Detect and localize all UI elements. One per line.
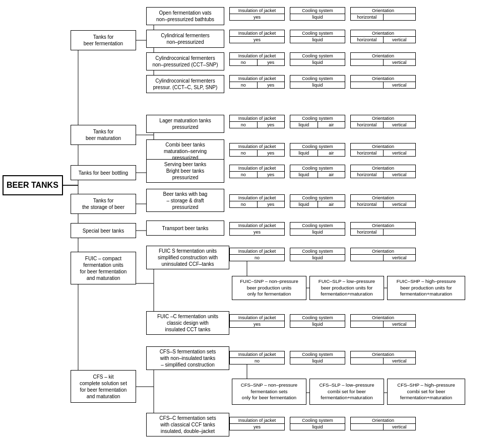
cfs-s-node: CFS–S fermentation setswith non–insulate…	[146, 346, 229, 370]
fuic-node: FUIC – compactfermentation unitsfor beer…	[71, 252, 136, 284]
special-node: Special beer tanks	[71, 223, 136, 238]
detail-cyl-orientation: Orientation horizontal vertical	[350, 30, 416, 43]
open-fermentation-node: Open fermentation vatsnon–pressurized ba…	[146, 7, 224, 25]
detail-ccp-cooling: Cooling system liquid	[290, 75, 345, 89]
detail-fuics-insulation: Insulation of jacket no	[229, 248, 285, 261]
fermentation-node: Tanks forbeer fermentation	[71, 30, 136, 50]
detail-open-cooling: Cooling system liquid	[290, 7, 345, 21]
maturation-node: Tanks forbeer maturation	[71, 125, 136, 145]
cfs-node: CFS – kitcomplete solution setfor beer f…	[71, 370, 136, 403]
detail-transport-orientation: Orientation horizontal	[350, 222, 416, 236]
fuic-shp-node: FUIC–SHP – high–pressurebeer production …	[387, 276, 465, 300]
detail-fuicc-cooling: Cooling system liquid	[290, 314, 345, 328]
detail-combi-cooling: Cooling system liquid air	[290, 143, 345, 157]
detail-combi-orientation: Orientation horizontal vertical	[350, 143, 416, 157]
detail-bag-insulation: Insulation of jacket no yes	[229, 194, 285, 208]
detail-lager-cooling: Cooling system liquid air	[290, 115, 345, 128]
detail-transport-insulation: Insulation of jacket yes	[229, 222, 285, 236]
detail-fuicc-orientation: Orientation vertical	[350, 314, 416, 328]
detail-combi-insulation: Insulation of jacket no yes	[229, 143, 285, 157]
beer-tanks-title: BEER TANKS	[3, 175, 63, 195]
detail-ccp-insulation: Insulation of jacket no yes	[229, 75, 285, 89]
cylindroconical-np-node: Cylindroconical fermentersnon–pressurize…	[146, 52, 224, 70]
detail-ccnp-insulation: Insulation of jacket no yes	[229, 52, 285, 66]
cfs-c-node: CFS–C fermentation setswith classical CC…	[146, 413, 229, 436]
detail-ccnp-cooling: Cooling system liquid	[290, 52, 345, 66]
detail-serving-insulation: Insulation of jacket no yes	[229, 165, 285, 178]
detail-serving-orientation: Orientation horizontal vertical	[350, 165, 416, 178]
detail-fuicc-insulation: Insulation of jacket yes	[229, 314, 285, 328]
transport-node: Transport beer tanks	[146, 221, 224, 236]
detail-bag-cooling: Cooling system liquid air	[290, 194, 345, 208]
beer-bag-node: Beer tanks with bag– storage & draftpres…	[146, 189, 224, 212]
detail-cfsc-orientation: Orientation vertical	[350, 417, 416, 430]
detail-ccnp-orientation: Orientation vertical	[350, 52, 416, 66]
storage-node: Tanks forthe storage of beer	[71, 194, 136, 214]
fuic-slp-node: FUIC–SLP – low–pressurebeer production u…	[309, 276, 384, 300]
detail-transport-cooling: Cooling system liquid	[290, 222, 345, 236]
detail-cfsc-cooling: Cooling system liquid	[290, 417, 345, 430]
cylindrical-node: Cylindrical fermentersnon–pressurized	[146, 30, 224, 48]
detail-cfsc-insulation: Insulation of jacket yes	[229, 417, 285, 430]
cfs-slp-node: CFS–SLP – low–pressurecombi set for beer…	[309, 379, 384, 405]
detail-ccp-orientation: Orientation vertical	[350, 75, 416, 89]
cfs-shp-node: CFS–SHP – high–pressurecombi set for bee…	[387, 379, 465, 405]
serving-node: Serving beer tanksBright beer tankspress…	[146, 159, 224, 183]
detail-cfss-insulation: Insulation of jacket no	[229, 351, 285, 364]
bottling-node: Tanks for beer bottling	[71, 165, 136, 180]
detail-lager-insulation: Insulation of jacket no yes	[229, 115, 285, 128]
detail-lager-orientation: Orientation horizontal vertical	[350, 115, 416, 128]
detail-fuics-cooling: Cooling system liquid	[290, 248, 345, 261]
fuic-s-node: FUIC S fermentation unitssimplified cons…	[146, 246, 229, 269]
cfs-snp-node: CFS–SNP – non–pressurefermentation setso…	[232, 379, 306, 405]
fuic-snp-node: FUIC–SNP – non–pressurebeer production u…	[232, 276, 306, 300]
detail-cfss-cooling: Cooling system liquid	[290, 351, 345, 364]
fuic-c-node: FUIC –C fermentation unitsclassic design…	[146, 311, 229, 335]
detail-fuics-orientation: Orientation vertical	[350, 248, 416, 261]
detail-open-orientation: Orientation horizontal	[350, 7, 416, 21]
detail-cfss-orientation: Orientation vertical	[350, 351, 416, 364]
detail-bag-orientation: Orientation horizontal vertical	[350, 194, 416, 208]
diagram: BEER TANKS Tanks forbeer fermentation Ta…	[0, 0, 504, 10]
detail-cyl-cooling: Cooling system liquid	[290, 30, 345, 43]
lager-node: Lager maturation tankspressurized	[146, 115, 224, 133]
detail-open-insulation: Insulation of jacket yes	[229, 7, 285, 21]
cylindroconical-p-node: Cylindroconical fermenterspressur. (CCT–…	[146, 75, 224, 93]
detail-cyl-insulation: Insulation of jacket yes	[229, 30, 285, 43]
detail-serving-cooling: Cooling system liquid air	[290, 165, 345, 178]
